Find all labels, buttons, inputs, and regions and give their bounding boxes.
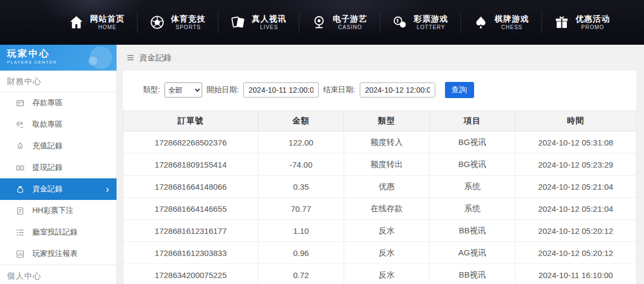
top-nav-items: 网站首页HOME体育竞技SPORTS真人视讯LIVES电子游艺CASINO彩票游…	[56, 10, 622, 36]
nav-label-en: CHESS	[501, 24, 522, 31]
table-cell: BG视讯	[429, 131, 515, 154]
page-title: 資金記錄	[139, 53, 172, 63]
table-cell: 2024-10-12 05:23:29	[515, 154, 636, 176]
deposit-icon	[16, 99, 25, 108]
table-cell: 2024-10-12 05:31:08	[515, 131, 636, 154]
chevron-right-icon: ›	[106, 184, 117, 194]
table-cell: 1728681809155414	[124, 154, 258, 176]
nav-item-sports[interactable]: 体育竞技SPORTS	[137, 10, 218, 36]
table-cell: 2024-10-12 05:21:04	[515, 176, 636, 198]
table-cell: 2024-10-12 05:20:12	[515, 220, 636, 242]
recharge-record-icon	[16, 142, 25, 151]
nav-label-zh: 体育竞技	[171, 14, 205, 24]
column-header: 訂單號	[124, 111, 258, 131]
table-cell: 1728681612316177	[124, 220, 258, 242]
sidebar-item-funds-records[interactable]: 資金記錄›	[0, 178, 117, 200]
table-row: 1728682268502376122.00额度转入BG视讯2024-10-12…	[124, 131, 636, 154]
sidebar-item-label: 玩家投注報表	[32, 249, 78, 259]
table-row: 172868166414665570.77在线存款系统2024-10-12 05…	[124, 198, 636, 220]
section-personal-center: 個人中心	[0, 265, 117, 284]
table-cell: 额度转出	[344, 154, 429, 176]
records-panel: 類型: 全部 開始日期: 结束日期: 查詢 訂單號金額類型項目時間 172868…	[123, 71, 636, 284]
funds-records-table: 訂單號金額類型項目時間 1728682268502376122.00额度转入BG…	[123, 110, 636, 284]
table-cell: 2024-10-11 16:10:00	[515, 264, 636, 284]
column-header: 時間	[515, 111, 636, 131]
hall-bet-record-icon	[16, 228, 25, 237]
table-row: 17286816123161771.10反水BB视讯2024-10-12 05:…	[124, 220, 636, 242]
table-cell: 反水	[344, 264, 429, 284]
table-cell: 2024-10-12 05:20:12	[515, 242, 636, 264]
chess-icon	[473, 15, 489, 30]
nav-label-zh: 电子游艺	[333, 14, 367, 24]
search-button[interactable]: 查詢	[445, 82, 474, 98]
withdraw-icon	[16, 120, 25, 129]
sidebar-item-label: 充值記錄	[32, 141, 63, 151]
nav-label-en: PROMO	[581, 24, 605, 31]
menu-icon	[126, 53, 135, 62]
table-cell: 反水	[344, 220, 429, 242]
sidebar-item-label: 取款專區	[32, 120, 63, 129]
nav-label-zh: 真人视讯	[252, 14, 286, 24]
sidebar-item-label: 提現記錄	[32, 163, 63, 172]
table-cell: 2024-10-12 05:21:04	[515, 198, 636, 220]
home-icon	[68, 15, 84, 30]
sidebar-item-player-bet-report[interactable]: 玩家投注報表	[0, 243, 117, 265]
lottery-icon	[392, 15, 408, 30]
nav-item-lottery[interactable]: 彩票游戏LOTTERY	[380, 10, 461, 36]
table-row: 1728681809155414-74.00额度转出BG视讯2024-10-12…	[124, 154, 636, 176]
table-cell: 1728681612303833	[124, 242, 258, 264]
table-cell: 系统	[429, 176, 515, 198]
table-body: 1728682268502376122.00额度转入BG视讯2024-10-12…	[124, 131, 636, 284]
sidebar-item-withdrawal-records[interactable]: 提現記錄	[0, 157, 117, 178]
withdrawal-record-icon	[16, 163, 25, 172]
table-cell: 系统	[429, 198, 515, 220]
sidebar-item-hall-bet-records[interactable]: 廳室投註記錄	[0, 221, 117, 243]
nav-item-promo[interactable]: 优惠活动PROMO	[542, 10, 622, 36]
table-cell: 1.10	[258, 220, 344, 242]
sidebar-item-recharge-records[interactable]: 充值記錄	[0, 135, 117, 157]
nav-item-chess[interactable]: 棋牌游戏CHESS	[461, 10, 542, 36]
sidebar-item-label: 存款專區	[32, 98, 63, 108]
nav-label-zh: 棋牌游戏	[495, 14, 529, 24]
table-cell: 优惠	[344, 176, 429, 198]
table-cell: 0.96	[258, 242, 344, 264]
start-date-input[interactable]	[243, 82, 319, 98]
table-cell: 0.72	[258, 264, 344, 284]
table-cell: 反水	[344, 242, 429, 264]
live-casino-icon	[230, 15, 246, 30]
table-cell: 1728681664148066	[124, 176, 258, 198]
table-header-row: 訂單號金額類型項目時間	[124, 111, 636, 131]
end-date-input[interactable]	[360, 82, 435, 98]
nav-label-zh: 优惠活动	[576, 14, 610, 24]
column-header: 類型	[344, 111, 429, 131]
table-cell: 1728634200075225	[124, 264, 258, 284]
sidebar-item-withdraw-area[interactable]: 取款專區	[0, 114, 117, 135]
nav-label-en: LOTTERY	[417, 24, 446, 31]
sidebar-item-hh-lottery-bets[interactable]: HH彩票下注	[0, 200, 117, 221]
filter-bar: 類型: 全部 開始日期: 结束日期: 查詢	[123, 82, 636, 98]
main-content: 資金記錄 類型: 全部 開始日期: 结束日期: 查詢 訂單號金額類型項目時間 1…	[117, 45, 644, 284]
sports-icon	[149, 15, 165, 30]
table-cell: BB视讯	[429, 264, 515, 284]
nav-item-casino[interactable]: 电子游艺CASINO	[299, 10, 380, 36]
column-header: 金額	[258, 111, 344, 131]
table-cell: 0.35	[258, 176, 344, 198]
table-cell: AG视讯	[429, 242, 515, 264]
table-cell: -74.00	[258, 154, 344, 176]
type-select[interactable]: 全部	[165, 82, 202, 98]
start-date-label: 開始日期:	[207, 85, 239, 95]
sidebar-item-label: HH彩票下注	[32, 206, 73, 216]
nav-label-zh: 网站首页	[90, 14, 125, 24]
nav-label-en: CASINO	[338, 24, 362, 31]
table-cell: 额度转入	[344, 131, 429, 154]
nav-item-lives[interactable]: 真人视讯LIVES	[218, 10, 299, 36]
table-cell: BG视讯	[429, 154, 515, 176]
sidebar: 玩家中心 PLAYERS CENTER 財務中心 存款專區取款專區充值記錄提現記…	[0, 45, 117, 284]
sidebar-item-deposit-area[interactable]: 存款專區	[0, 92, 117, 114]
nav-item-home[interactable]: 网站首页HOME	[56, 10, 137, 36]
section-finance-center: 財務中心	[0, 71, 117, 92]
slot-games-icon	[311, 15, 327, 30]
sidebar-title: 玩家中心	[7, 48, 117, 60]
table-row: 17286816123038330.96反水AG视讯2024-10-12 05:…	[124, 242, 636, 264]
promo-icon	[554, 15, 570, 30]
